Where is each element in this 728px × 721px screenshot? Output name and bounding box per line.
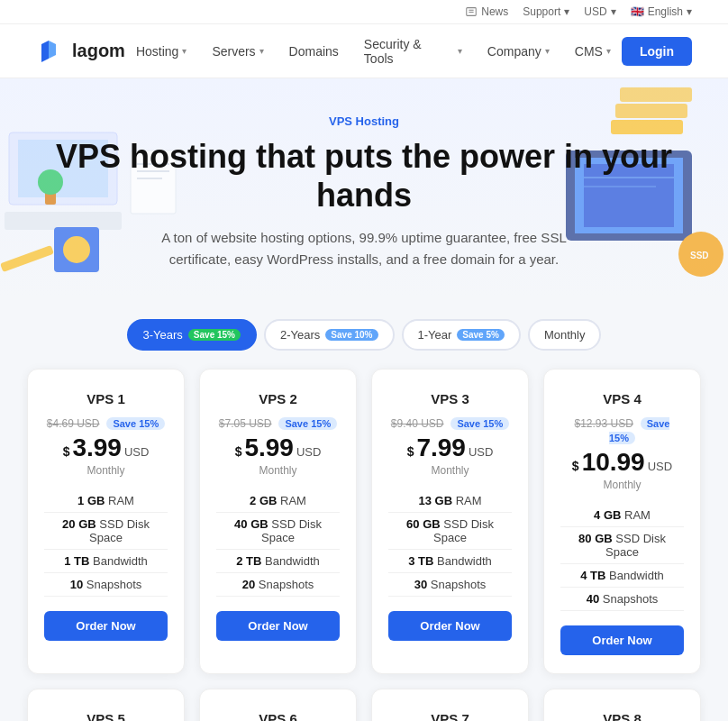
plan-feature: 2 GB RAM — [216, 489, 340, 513]
plan-feature: 40 Snapshots — [560, 588, 684, 611]
plan-card-vps-3: VPS 3 $9.40 USD Save 15% $ 7.99 USD Mont… — [371, 369, 529, 674]
nav-cms[interactable]: CMS ▾ — [564, 37, 622, 66]
hero-subtitle: A ton of website hosting options, 99.9% … — [148, 227, 580, 270]
billing-1year-save: Save 5% — [457, 329, 505, 341]
plan-card-vps-7: VPS 7 $68.22 USD Save 15% $ 57.99 USD Mo… — [371, 689, 529, 721]
billing-monthly-label: Monthly — [544, 328, 586, 342]
plan-amount: 7.99 — [416, 434, 466, 462]
plan-card-vps-1: VPS 1 $4.69 USD Save 15% $ 3.99 USD Mont… — [27, 369, 185, 674]
plan-feature: 60 GB SSD Disk Space — [388, 513, 512, 550]
plan-feature: 1 GB RAM — [44, 489, 168, 513]
logo[interactable]: lagom — [36, 37, 125, 66]
plan-features: 2 GB RAM40 GB SSD Disk Space2 TB Bandwid… — [216, 489, 340, 597]
navbar: lagom Hosting ▾ Servers ▾ Domains Securi… — [0, 24, 728, 78]
plan-name: VPS 2 — [216, 391, 340, 406]
plan-name: VPS 6 — [216, 711, 340, 721]
plan-feature: 20 GB SSD Disk Space — [44, 513, 168, 550]
company-chevron-icon: ▾ — [545, 46, 550, 56]
plan-features: 1 GB RAM20 GB SSD Disk Space1 TB Bandwid… — [44, 489, 168, 597]
billing-1year-label: 1-Year — [418, 328, 452, 342]
hero-title: VPS hosting that puts the power in your … — [18, 137, 710, 214]
plan-amount: 3.99 — [72, 434, 122, 462]
plan-currency: $ — [235, 444, 242, 459]
topbar: News Support ▾ USD ▾ 🇬🇧 English ▾ — [0, 0, 728, 24]
plan-save-badge: Save 15% — [278, 417, 337, 430]
plan-period: Monthly — [560, 479, 684, 491]
plan-name: VPS 1 — [44, 391, 168, 406]
plan-price-row: $ 5.99 USD — [216, 434, 340, 462]
billing-3years[interactable]: 3-Years Save 15% — [127, 319, 257, 351]
plan-amount: 5.99 — [244, 434, 294, 462]
plan-features: 4 GB RAM80 GB SSD Disk Space4 TB Bandwid… — [560, 504, 684, 611]
plan-pricing-header: $9.40 USD Save 15% — [388, 415, 512, 430]
plan-name: VPS 8 — [560, 711, 684, 721]
order-now-button[interactable]: Order Now — [44, 611, 168, 641]
plan-amount: 10.99 — [582, 448, 645, 477]
login-button[interactable]: Login — [622, 37, 692, 66]
hosting-chevron-icon: ▾ — [182, 46, 187, 56]
plan-period: Monthly — [388, 464, 512, 477]
topbar-currency[interactable]: USD ▾ — [584, 5, 615, 18]
nav-domains[interactable]: Domains — [278, 37, 350, 66]
billing-2years[interactable]: 2-Years Save 10% — [264, 319, 394, 351]
billing-toggle: 3-Years Save 15% 2-Years Save 10% 1-Year… — [0, 319, 728, 351]
plan-card-vps-2: VPS 2 $7.05 USD Save 15% $ 5.99 USD Mont… — [199, 369, 357, 674]
order-now-button[interactable]: Order Now — [216, 611, 340, 641]
support-label: Support — [523, 5, 560, 18]
plan-unit: USD — [124, 445, 149, 459]
plan-price-row: $ 10.99 USD — [560, 448, 684, 477]
billing-3years-label: 3-Years — [143, 328, 183, 342]
plan-unit: USD — [296, 445, 321, 459]
topbar-news-label: News — [481, 5, 508, 18]
plan-currency: $ — [407, 444, 414, 459]
billing-1year[interactable]: 1-Year Save 5% — [402, 319, 521, 351]
logo-icon — [36, 37, 65, 66]
topbar-language[interactable]: 🇬🇧 English ▾ — [631, 5, 692, 18]
currency-chevron: ▾ — [611, 5, 616, 18]
support-chevron: ▾ — [564, 5, 569, 18]
nav-security-tools[interactable]: Security & Tools ▾ — [353, 30, 473, 73]
plan-feature: 40 GB SSD Disk Space — [216, 513, 340, 550]
plan-feature: 2 TB Bandwidth — [216, 550, 340, 573]
logo-text: lagom — [72, 41, 125, 61]
plan-save-badge: Save 15% — [106, 417, 165, 430]
plan-period: Monthly — [216, 464, 340, 477]
plan-orig-price: $4.69 USD — [47, 417, 100, 430]
plan-feature: 30 Snapshots — [388, 573, 512, 597]
plan-name: VPS 4 — [560, 391, 684, 406]
newspaper-icon — [465, 5, 478, 18]
plan-name: VPS 3 — [388, 391, 512, 406]
hero-content: VPS Hosting VPS hosting that puts the po… — [18, 114, 710, 270]
security-chevron-icon: ▾ — [458, 46, 462, 56]
hero-badge: VPS Hosting — [18, 114, 710, 128]
plan-feature: 13 GB RAM — [388, 489, 512, 513]
nav-hosting[interactable]: Hosting ▾ — [125, 37, 197, 66]
plan-unit: USD — [648, 460, 672, 473]
plan-feature: 1 TB Bandwidth — [44, 550, 168, 573]
language-label: English — [648, 5, 683, 18]
billing-2years-label: 2-Years — [280, 328, 320, 342]
plan-name: VPS 5 — [44, 711, 168, 721]
billing-monthly[interactable]: Monthly — [528, 319, 602, 351]
plan-card-vps-5: VPS 5 $28.23 USD Save 15% $ 23.99 USD Mo… — [27, 689, 185, 721]
plan-card-vps-4: VPS 4 $12.93 USD Save 15% $ 10.99 USD Mo… — [543, 369, 701, 674]
order-now-button[interactable]: Order Now — [560, 625, 684, 655]
plan-orig-price: $7.05 USD — [219, 417, 272, 430]
cms-chevron-icon: ▾ — [606, 46, 611, 56]
nav-company[interactable]: Company ▾ — [477, 37, 560, 66]
plan-feature: 80 GB SSD Disk Space — [560, 527, 684, 564]
billing-3years-save: Save 15% — [188, 329, 241, 341]
nav-servers[interactable]: Servers ▾ — [201, 37, 274, 66]
topbar-support[interactable]: Support ▾ — [523, 5, 569, 18]
plan-card-vps-8: VPS 8 $92.93 USD Save 15% $ 78.99 USD Mo… — [543, 689, 701, 721]
plan-price-row: $ 7.99 USD — [388, 434, 512, 462]
svg-rect-15 — [620, 87, 692, 102]
servers-chevron-icon: ▾ — [259, 46, 264, 56]
topbar-news[interactable]: News — [465, 5, 508, 18]
plan-currency: $ — [572, 459, 579, 473]
plans-row-2: VPS 5 $28.23 USD Save 15% $ 23.99 USD Mo… — [27, 689, 701, 721]
plan-pricing-header: $12.93 USD Save 15% — [560, 415, 684, 444]
plan-currency: $ — [63, 444, 70, 459]
order-now-button[interactable]: Order Now — [388, 611, 512, 641]
language-chevron: ▾ — [687, 5, 692, 18]
